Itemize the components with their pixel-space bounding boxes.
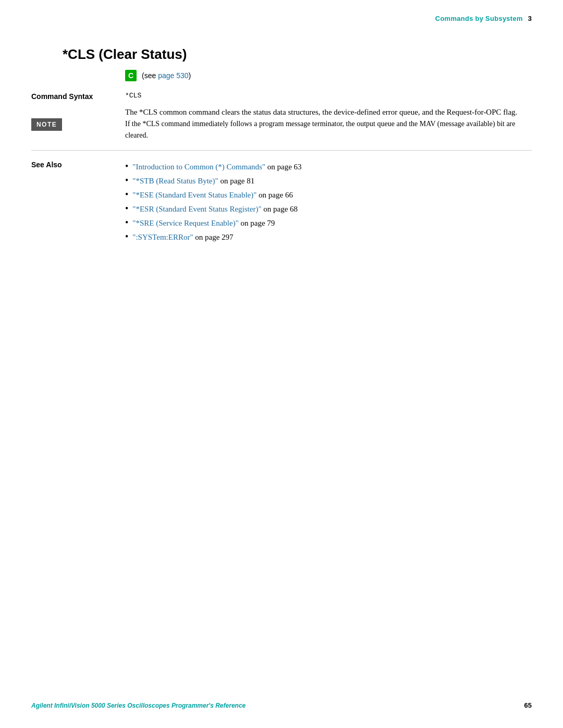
syntax-value: *CLS	[125, 92, 532, 100]
see-also-item-4: "*SRE (Service Request Enable)" on page …	[132, 216, 275, 230]
see-also-content-cell: • "Introduction to Common (*) Commands" …	[125, 160, 532, 244]
bullet-icon: •	[125, 162, 128, 171]
command-description: The *CLS common command clears the statu…	[125, 106, 532, 118]
syntax-row: Command Syntax *CLS The *CLS common comm…	[31, 92, 532, 118]
badge-line: C (see page 530)	[125, 70, 532, 81]
note-label-cell: NOTE	[31, 118, 125, 141]
see-also-list: • "Introduction to Common (*) Commands" …	[125, 160, 532, 244]
see-also-item-2: "*ESE (Standard Event Status Enable)" on…	[132, 188, 293, 202]
syntax-label-cell: Command Syntax	[31, 92, 125, 118]
see-also-plain-3: on page 68	[262, 205, 298, 213]
bullet-icon: •	[125, 218, 128, 227]
see-also-plain-4: on page 79	[239, 219, 275, 227]
header-page-number: 3	[528, 15, 532, 22]
list-item: • ":SYSTem:ERRor" on page 297	[125, 230, 532, 244]
see-also-item-3: "*ESR (Standard Event Status Register)" …	[132, 202, 298, 216]
header-section-title: Commands by Subsystem	[435, 15, 523, 22]
note-content-cell: If the *CLS command immediately follows …	[125, 118, 532, 141]
note-row: NOTE If the *CLS command immediately fol…	[31, 118, 532, 141]
see-also-link-2[interactable]: "*ESE (Standard Event Status Enable)"	[132, 191, 256, 199]
bullet-icon: •	[125, 190, 128, 199]
see-also-item-1: "*STB (Read Status Byte)" on page 81	[132, 174, 254, 188]
bullet-icon: •	[125, 176, 128, 185]
page-container: Commands by Subsystem 3 *CLS (Clear Stat…	[0, 0, 563, 728]
badge-see-text: (see page 530)	[142, 71, 191, 80]
see-also-item-0: "Introduction to Common (*) Commands" on…	[132, 160, 301, 174]
see-also-table: See Also • "Introduction to Common (*) C…	[31, 160, 532, 244]
note-badge: NOTE	[31, 118, 62, 131]
see-also-plain-2: on page 66	[256, 191, 293, 199]
bullet-icon: •	[125, 232, 128, 241]
see-also-plain-0: on page 63	[265, 163, 302, 171]
list-item: • "*ESR (Standard Event Status Register)…	[125, 202, 532, 216]
footer-title: Agilent InfiniiVision 5000 Series Oscill…	[31, 702, 246, 709]
main-content: *CLS (Clear Status) C (see page 530) Com…	[0, 31, 563, 276]
page-footer: Agilent InfiniiVision 5000 Series Oscill…	[0, 701, 563, 709]
badge-page-link[interactable]: page 530	[158, 71, 188, 80]
syntax-label: Command Syntax	[31, 92, 93, 101]
see-also-link-4[interactable]: "*SRE (Service Request Enable)"	[132, 219, 238, 227]
list-item: • "*ESE (Standard Event Status Enable)" …	[125, 188, 532, 202]
see-also-link-3[interactable]: "*ESR (Standard Event Status Register)"	[132, 205, 261, 213]
see-also-plain-1: on page 81	[218, 177, 255, 185]
bullet-icon: •	[125, 204, 128, 213]
see-also-plain-5: on page 297	[193, 233, 234, 241]
see-also-item-5: ":SYSTem:ERRor" on page 297	[132, 230, 233, 244]
list-item: • "Introduction to Common (*) Commands" …	[125, 160, 532, 174]
see-also-label: See Also	[31, 161, 62, 169]
note-text: If the *CLS command immediately follows …	[125, 118, 532, 141]
see-also-link-1[interactable]: "*STB (Read Status Byte)"	[132, 177, 218, 185]
list-item: • "*STB (Read Status Byte)" on page 81	[125, 174, 532, 188]
see-also-label-cell: See Also	[31, 160, 125, 244]
command-title: *CLS (Clear Status)	[63, 46, 532, 63]
page-header: Commands by Subsystem 3	[0, 0, 563, 31]
see-also-link-0[interactable]: "Introduction to Common (*) Commands"	[132, 163, 265, 171]
syntax-content-cell: *CLS The *CLS common command clears the …	[125, 92, 532, 118]
section-divider	[31, 150, 532, 151]
c-badge: C	[125, 70, 137, 81]
see-also-link-5[interactable]: ":SYSTem:ERRor"	[132, 233, 193, 241]
see-also-row: See Also • "Introduction to Common (*) C…	[31, 160, 532, 244]
footer-page-number: 65	[524, 701, 532, 709]
content-table: Command Syntax *CLS The *CLS common comm…	[31, 92, 532, 141]
list-item: • "*SRE (Service Request Enable)" on pag…	[125, 216, 532, 230]
